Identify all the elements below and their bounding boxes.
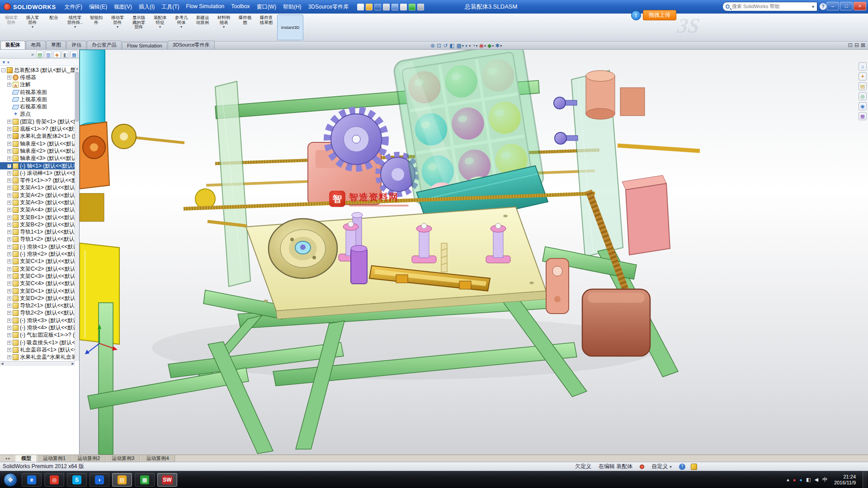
scroll-left-arrow[interactable]: ◀	[1, 362, 3, 366]
tree-expander-icon[interactable]: +	[7, 193, 11, 197]
feature-tree-item[interactable]: + 支架A<4> (默认<<默认>_...	[0, 206, 75, 214]
feature-tree-item[interactable]: + 支架B<1> (默认<<默认>_...	[0, 214, 75, 221]
hide-show-items-icon[interactable]: ◔▾	[472, 42, 477, 49]
feature-tree-item[interactable]: + 支架C<1> (默认<<默认>_...	[0, 258, 75, 265]
model-tab[interactable]: 运动算例2	[71, 455, 106, 462]
feature-tree-item[interactable]: + 注解	[0, 81, 75, 89]
maximize-button[interactable]: □	[840, 2, 853, 10]
close-pane-button[interactable]: ⊠	[861, 42, 865, 48]
tree-expander-icon[interactable]: +	[7, 75, 11, 80]
restore-pane-button[interactable]: ⊡	[848, 42, 853, 48]
ribbon-button[interactable]: 插入零 部件 ▾	[22, 14, 43, 40]
tree-vertical-scrollbar[interactable]: ▲	[75, 66, 79, 361]
taskbar-solidworks-icon[interactable]: SW	[157, 473, 177, 487]
tree-expander-icon[interactable]: +	[7, 274, 11, 278]
feature-tree-item[interactable]: + (固定) 骨架<1> (默认<默认...	[0, 118, 75, 125]
section-view-icon[interactable]: ◧	[449, 42, 455, 49]
tree-expander-icon[interactable]: +	[7, 164, 11, 168]
rebuild-icon[interactable]	[409, 4, 415, 10]
scroll-up-arrow[interactable]: ▲	[75, 66, 79, 71]
tree-expander-icon[interactable]: +	[7, 289, 11, 293]
tree-expander-icon[interactable]: +	[7, 348, 11, 352]
upload-plugin-icon[interactable]: ⇧	[631, 10, 641, 20]
feature-tree-item[interactable]: + 支架A<3> (默认<<默认>_...	[0, 199, 75, 206]
taskbar-ie-icon[interactable]: e	[22, 473, 42, 487]
feature-tree-item[interactable]: + 支架B<2> (默认<<默认>_...	[0, 221, 75, 228]
taskbar-netdisk-icon[interactable]: ◗	[90, 473, 109, 487]
tree-expander-icon[interactable]: +	[7, 178, 11, 183]
tree-expander-icon[interactable]: -	[1, 68, 5, 72]
feature-tree-item[interactable]: + 导轨2<1> (默认<<默认>_...	[0, 302, 75, 310]
panel-chevron-icon[interactable]: »	[31, 52, 35, 57]
tree-expander-icon[interactable]: +	[7, 186, 11, 190]
tree-expander-icon[interactable]: +	[7, 237, 11, 241]
ribbon-button[interactable]: 爆炸直 线草图	[256, 14, 277, 40]
tree-expander-icon[interactable]: +	[7, 127, 11, 131]
tree-expander-icon[interactable]: +	[7, 333, 11, 337]
tree-expander-icon[interactable]: +	[7, 230, 11, 234]
tree-expander-icon[interactable]: +	[7, 149, 11, 153]
feature-tree-item[interactable]: + (-) 滑块<4> (默认<<默认>_...	[0, 324, 75, 331]
ribbon-button[interactable]: 参考几 何体 ▾	[171, 14, 192, 40]
minimize-pane-button[interactable]: ⊟	[854, 42, 859, 48]
tree-expander-icon[interactable]: +	[7, 201, 11, 205]
tree-expander-icon[interactable]: +	[7, 134, 11, 138]
tree-expander-icon[interactable]: +	[7, 223, 11, 227]
feature-tree-item[interactable]: - 总装配体3 (默认<默认_显示状	[0, 66, 75, 74]
feature-tree-item[interactable]: + (-) 滚动棒<1> (默认<<默认...	[0, 169, 75, 177]
ribbon-button[interactable]: 材料明 细表 ▾	[213, 14, 234, 40]
tray-network-icon[interactable]: ◧	[806, 477, 811, 483]
tree-expander-icon[interactable]: +	[7, 171, 11, 175]
tree-expander-icon[interactable]: +	[7, 341, 11, 345]
displaymanager-tab[interactable]: ▦	[71, 51, 78, 58]
command-tab[interactable]: 装配体	[0, 41, 25, 49]
scrollbar-thumb[interactable]	[75, 72, 79, 122]
feature-tree-item[interactable]: + (-) 滑块<1> (默认<<默认>_...	[0, 243, 75, 250]
status-custom-dropdown[interactable]: 自定义	[651, 463, 668, 470]
egg-tray-assembly[interactable]	[393, 50, 549, 230]
tray-antivirus-icon[interactable]: ●	[793, 477, 796, 483]
scroll-right-arrow[interactable]: ▶	[72, 362, 74, 366]
feature-tree-item[interactable]: + 水果礼盒装配体2<1> (默认...	[0, 133, 75, 140]
feature-tree-item[interactable]: + 支架A<2> (默认<<默认>_...	[0, 192, 75, 199]
ribbon-button[interactable]: Instant3D	[277, 14, 303, 40]
tray-cloud-icon[interactable]: ●	[799, 477, 802, 483]
feature-tree-item[interactable]: + 轴承座<1> (默认<<默认>_...	[0, 140, 75, 147]
taskbar-office-icon[interactable]: ▦	[135, 473, 155, 487]
tab-scroll-left[interactable]: ◂	[5, 456, 7, 460]
feature-tree-item[interactable]: + 轴承座<2> (默认<<默认>_...	[0, 147, 75, 155]
feature-tree-item[interactable]: + 支架D<1> (默认<<默认>_...	[0, 287, 75, 295]
zoom-fit-icon[interactable]: ⊕	[430, 42, 435, 49]
tree-expander-icon[interactable]: +	[7, 267, 11, 271]
command-tab[interactable]: 办公室产品	[87, 41, 122, 49]
tree-expander-icon[interactable]: +	[7, 355, 11, 359]
tree-expander-icon[interactable]: +	[7, 216, 11, 220]
status-edit-icon[interactable]	[691, 464, 697, 470]
view-palette-icon[interactable]: ◎	[859, 92, 867, 100]
ribbon-button[interactable]: 编辑零 部件	[1, 14, 22, 40]
zoom-area-icon[interactable]: ⊡	[437, 42, 442, 49]
ribbon-button[interactable]: 配合	[43, 14, 64, 40]
model-tab[interactable]: 模型	[15, 455, 37, 462]
taskbar-browser-icon[interactable]: ◎	[44, 473, 64, 487]
select-icon[interactable]	[400, 4, 407, 10]
tree-expander-icon[interactable]: +	[7, 208, 11, 212]
roller-cylinders[interactable]	[586, 70, 645, 119]
ribbon-button[interactable]: 装配体 特征 ▾	[150, 14, 170, 40]
feature-tree-item[interactable]: + (-) 气缸固定板<1>->? (默认	[0, 332, 75, 339]
command-tab[interactable]: 评估	[66, 41, 86, 49]
tree-expander-icon[interactable]: +	[7, 156, 11, 160]
feature-tree-item[interactable]: + (-) 吸盘接头<1> (默认<<默...	[0, 339, 75, 346]
feature-tree-item[interactable]: + (-) 轴<1> (默认<<默认>_	[0, 162, 75, 169]
feature-tree-item[interactable]: + 支架C<3> (默认<<默认>_...	[0, 272, 75, 280]
menu-item[interactable]: 编辑(E)	[86, 2, 110, 12]
tree-expander-icon[interactable]: +	[7, 326, 11, 330]
feature-tree-item[interactable]: + 导轨1<2> (默认<<默认>_...	[0, 236, 75, 243]
save-icon[interactable]	[374, 4, 381, 10]
menu-item[interactable]: 帮助(H)	[280, 2, 305, 12]
ribbon-button[interactable]: 爆炸视 图	[235, 14, 255, 40]
previous-view-icon[interactable]: ↺	[443, 42, 448, 49]
feature-tree-item[interactable]: + (-) 滑块<2> (默认<<默认>_...	[0, 250, 75, 258]
ime-indicator[interactable]: 中	[822, 476, 827, 483]
minimize-button[interactable]: –	[826, 2, 839, 10]
